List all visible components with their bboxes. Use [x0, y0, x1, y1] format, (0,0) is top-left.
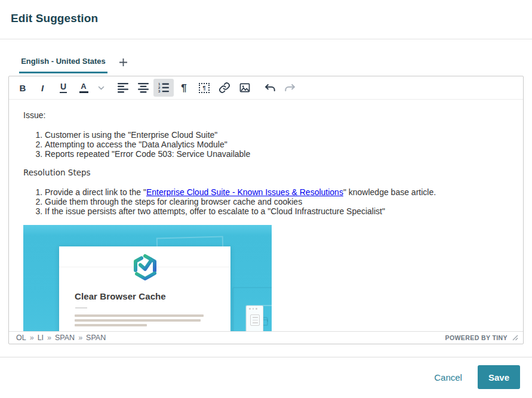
bold-icon: B — [20, 84, 26, 92]
element-path-item[interactable]: SPAN — [86, 334, 106, 342]
issue-list: Customer is using the "Enterprise Cloud … — [23, 130, 509, 159]
chevron-down-icon — [98, 85, 104, 91]
align-center-button[interactable] — [133, 79, 153, 97]
text-color-icon: A — [81, 82, 86, 90]
title-underline — [75, 307, 87, 308]
numbered-list-button[interactable]: 123 — [153, 79, 174, 97]
text-color-button[interactable]: A — [73, 79, 94, 97]
align-left-icon — [117, 82, 129, 93]
dialog-header: Edit Suggestion — [0, 0, 532, 39]
add-language-tab-button[interactable] — [116, 55, 130, 69]
embedded-image[interactable]: Clear Browser Cache — [23, 225, 272, 331]
link-button[interactable] — [214, 79, 235, 97]
editor-toolbar: B I U A 123 — [9, 76, 523, 100]
image-icon — [239, 82, 251, 94]
element-path-item[interactable]: SPAN — [55, 334, 75, 342]
image-card-title: Clear Browser Cache — [75, 292, 166, 301]
path-separator: » — [47, 334, 51, 342]
italic-icon: I — [41, 84, 45, 92]
path-separator: » — [30, 334, 34, 342]
underline-button[interactable]: U — [53, 79, 73, 97]
cancel-button[interactable]: Cancel — [434, 372, 462, 382]
link-suffix-text: " knowledge base article. — [343, 187, 436, 197]
resize-handle[interactable] — [512, 335, 518, 341]
undo-icon — [264, 82, 276, 93]
paragraph-button[interactable]: ¶ — [174, 79, 194, 97]
resolution-heading: Resolution Steps — [23, 168, 509, 177]
path-separator: » — [78, 334, 82, 342]
document-icon — [250, 314, 260, 326]
tab-label: English - United States — [21, 57, 106, 66]
element-path-item[interactable]: LI — [38, 334, 44, 342]
undo-button[interactable] — [260, 79, 280, 97]
dialog-title: Edit Suggestion — [11, 12, 520, 25]
italic-button[interactable]: I — [33, 79, 53, 97]
redo-icon — [284, 82, 296, 93]
list-item: Attempting to access the "Data Analytics… — [45, 140, 509, 149]
list-item: Guide them through the steps for clearin… — [45, 197, 509, 206]
align-center-icon — [137, 82, 149, 93]
language-tab-bar: English - United States — [19, 53, 532, 73]
plus-icon — [119, 58, 128, 67]
numbered-list-icon: 123 — [158, 82, 170, 93]
list-item: If the issue persists after two attempts… — [45, 206, 509, 216]
resolution-list: Provide a direct link to the "Enterprise… — [23, 187, 509, 216]
svg-text:1: 1 — [158, 82, 161, 86]
rich-text-editor: B I U A 123 — [8, 76, 524, 344]
bold-button[interactable]: B — [13, 79, 33, 97]
editor-status-bar: OL » LI » SPAN » SPAN POWERED BY TINY — [9, 331, 523, 344]
placeholder-text-lines — [75, 314, 204, 329]
paragraph-icon: ¶ — [181, 83, 186, 93]
svg-text:3: 3 — [158, 90, 161, 93]
list-item: Provide a direct link to the "Enterprise… — [45, 187, 509, 197]
element-path: OL » LI » SPAN » SPAN — [16, 334, 106, 342]
knowledge-base-link[interactable]: Enterprise Cloud Suite - Known Issues & … — [146, 187, 343, 197]
mini-browser-illustration — [246, 306, 263, 331]
visual-blocks-icon: ¶ — [199, 83, 210, 93]
tab-english-united-states[interactable]: English - United States — [19, 55, 107, 73]
element-path-item[interactable]: OL — [16, 334, 26, 342]
issue-heading: Issue: — [23, 110, 509, 120]
list-item: Reports repeated "Error Code 503: Servic… — [45, 149, 509, 159]
window-dots-icon — [247, 306, 263, 310]
save-button[interactable]: Save — [478, 365, 520, 389]
text-color-dropdown-button[interactable] — [94, 79, 108, 97]
text-color-swatch — [79, 91, 88, 93]
visual-blocks-button[interactable]: ¶ — [194, 79, 214, 97]
powered-by-tiny-link[interactable]: POWERED BY TINY — [445, 334, 508, 341]
list-item: Customer is using the "Enterprise Cloud … — [45, 130, 509, 140]
image-white-card: Clear Browser Cache — [59, 246, 230, 331]
image-button[interactable] — [235, 79, 255, 97]
editor-content-area[interactable]: Issue: Customer is using the "Enterprise… — [9, 100, 523, 331]
dialog-footer: Cancel Save — [0, 357, 532, 389]
cube-logo-icon — [131, 252, 159, 282]
redo-button[interactable] — [280, 79, 300, 97]
link-icon — [219, 82, 230, 94]
link-prefix-text: Provide a direct link to the " — [45, 187, 146, 197]
underline-icon: U — [60, 82, 67, 93]
align-left-button[interactable] — [113, 79, 133, 97]
svg-text:2: 2 — [158, 86, 161, 90]
